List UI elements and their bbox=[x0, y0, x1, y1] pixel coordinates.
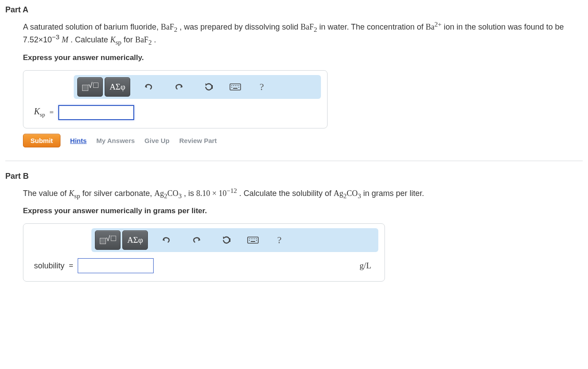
keyboard-button[interactable] bbox=[226, 78, 245, 96]
give-up-link[interactable]: Give Up bbox=[144, 137, 170, 144]
svg-point-2 bbox=[231, 85, 232, 86]
redo-button[interactable] bbox=[169, 78, 188, 96]
keyboard-icon bbox=[247, 236, 259, 244]
help-icon: ? bbox=[277, 234, 282, 246]
undo-button[interactable] bbox=[157, 231, 176, 249]
part-b-title: Part B bbox=[5, 172, 583, 181]
part-b-instruction: Express your answer numerically in grams… bbox=[23, 207, 583, 215]
part-b-prompt: The value of Ksp for silver carbonate, A… bbox=[23, 187, 583, 200]
svg-point-17 bbox=[249, 240, 250, 241]
input-row: solubility = g/L bbox=[30, 258, 378, 273]
reset-button[interactable] bbox=[199, 78, 219, 96]
submit-button[interactable]: Submit bbox=[23, 134, 60, 147]
variable-label: Ksp bbox=[34, 106, 45, 118]
redo-icon bbox=[174, 83, 184, 91]
keyboard-button[interactable] bbox=[243, 231, 263, 249]
undo-icon bbox=[144, 83, 154, 91]
equation-toolbar: √ ΑΣφ bbox=[74, 75, 321, 99]
svg-rect-19 bbox=[251, 241, 255, 242]
undo-button[interactable] bbox=[139, 78, 158, 96]
action-row: Submit Hints My Answers Give Up Review P… bbox=[23, 134, 583, 147]
my-answers-link[interactable]: My Answers bbox=[96, 137, 135, 144]
svg-point-6 bbox=[238, 85, 239, 86]
formula-template-button[interactable]: √ bbox=[77, 77, 103, 97]
svg-rect-11 bbox=[248, 237, 258, 243]
svg-point-18 bbox=[256, 240, 257, 241]
svg-point-12 bbox=[249, 238, 250, 239]
undo-icon bbox=[162, 236, 171, 245]
part-b: Part B The value of Ksp for silver carbo… bbox=[5, 172, 583, 282]
greek-symbols-button[interactable]: ΑΣφ bbox=[122, 230, 148, 250]
part-b-body: The value of Ksp for silver carbonate, A… bbox=[23, 187, 583, 282]
svg-point-3 bbox=[233, 85, 234, 86]
part-a-instruction: Express your answer numerically. bbox=[23, 53, 583, 62]
variable-label: solubility bbox=[34, 261, 64, 271]
svg-point-8 bbox=[238, 87, 239, 88]
svg-point-7 bbox=[231, 87, 232, 88]
reset-button[interactable] bbox=[217, 231, 236, 249]
formula-icon: √ bbox=[99, 234, 117, 246]
keyboard-icon bbox=[230, 83, 241, 91]
reset-icon bbox=[221, 235, 232, 245]
unit-label: g/L bbox=[360, 261, 378, 271]
help-button[interactable]: ? bbox=[252, 78, 271, 96]
part-a-title: Part A bbox=[5, 5, 583, 15]
svg-rect-1 bbox=[230, 84, 241, 90]
help-icon: ? bbox=[260, 81, 264, 93]
part-a-answer-box: √ ΑΣφ bbox=[23, 70, 328, 128]
svg-point-14 bbox=[253, 238, 253, 239]
part-a: Part A A saturated solution of barium fl… bbox=[5, 5, 583, 147]
part-a-prompt: A saturated solution of barium fluoride,… bbox=[23, 21, 583, 46]
part-separator bbox=[5, 161, 583, 161]
hints-link[interactable]: Hints bbox=[70, 137, 87, 144]
svg-point-15 bbox=[254, 238, 255, 239]
input-row: Ksp = bbox=[30, 105, 321, 120]
answer-input[interactable] bbox=[78, 258, 154, 273]
reset-icon bbox=[204, 82, 214, 92]
greek-symbols-button[interactable]: ΑΣφ bbox=[105, 77, 130, 97]
equation-toolbar: √ ΑΣφ bbox=[91, 228, 378, 252]
svg-point-16 bbox=[256, 238, 257, 239]
svg-rect-9 bbox=[233, 88, 237, 89]
review-part-link[interactable]: Review Part bbox=[179, 137, 217, 144]
formula-template-button[interactable]: √ bbox=[95, 230, 121, 250]
svg-point-5 bbox=[237, 85, 237, 86]
redo-button[interactable] bbox=[187, 231, 206, 249]
redo-icon bbox=[192, 236, 201, 245]
svg-point-4 bbox=[235, 85, 236, 86]
help-button[interactable]: ? bbox=[270, 231, 289, 249]
part-b-answer-box: √ ΑΣφ bbox=[23, 223, 385, 282]
part-a-body: A saturated solution of barium fluoride,… bbox=[23, 21, 583, 147]
formula-icon: √ bbox=[81, 81, 99, 93]
svg-point-13 bbox=[251, 238, 252, 239]
answer-input[interactable] bbox=[58, 105, 134, 120]
